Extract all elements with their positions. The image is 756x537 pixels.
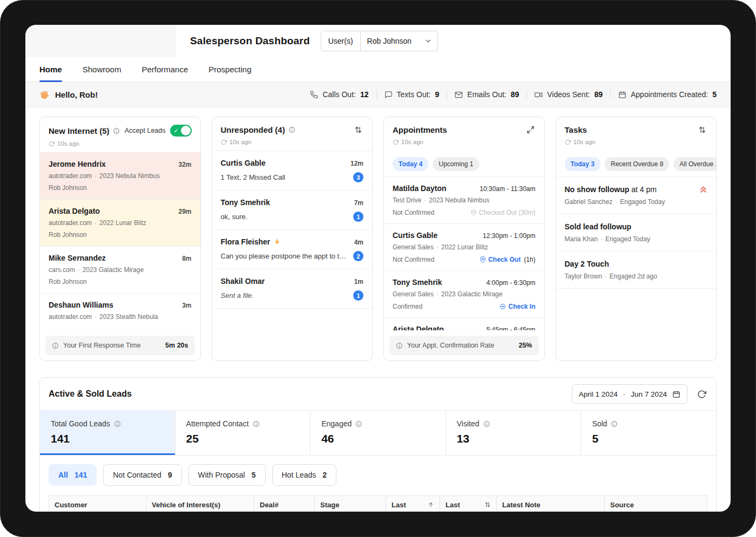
tasks-filters: Today 3 Recent Overdue 8 All Overdue 18	[556, 151, 717, 176]
check-out-link[interactable]: Check Out (1h)	[480, 256, 535, 263]
fire-icon	[273, 238, 281, 246]
lead-source: autotrader.com2023 Stealth Nebula	[49, 313, 192, 321]
sort-icon	[698, 126, 706, 134]
refresh-icon	[565, 139, 571, 145]
expand-button[interactable]	[525, 125, 536, 135]
column-last-engaged[interactable]: Last Engaged	[386, 496, 440, 512]
info-icon[interactable]	[253, 420, 260, 427]
filter-pill-upcoming[interactable]: Upcoming 1	[433, 157, 479, 171]
column-latest-note[interactable]: Latest Note	[497, 496, 605, 512]
filter-not-contacted[interactable]: Not Contacted9	[103, 464, 181, 486]
message-age: 12m	[350, 160, 363, 167]
info-icon[interactable]	[288, 126, 295, 133]
column-vehicle[interactable]: Vehicle of Interest(s)	[146, 496, 254, 512]
unresponded-card: Unresponded (4) 10s ago Curtis Gable	[212, 117, 373, 361]
refresh-status: 10s ago	[565, 139, 708, 145]
column-customer[interactable]: Customer	[49, 496, 146, 512]
activity-stats: Calls Out: 12 Texts Out: 9 Emails Out: 8…	[310, 90, 717, 99]
leads-header: Active & Sold Leads April 1 2024 - Jun 7…	[40, 378, 716, 410]
stat-label: Videos Sent:	[547, 90, 590, 99]
tab-prospecting[interactable]: Prospecting	[208, 57, 251, 81]
message-age: 7m	[354, 199, 363, 207]
appointment-name: Tony Smehrik	[393, 278, 442, 287]
tab-showroom[interactable]: Showroom	[83, 57, 122, 81]
filter-pill-today[interactable]: Today 4	[393, 157, 428, 171]
unread-badge: 2	[353, 251, 363, 261]
list-item[interactable]: Jerome Hendrix 32m autotrader.com2023 Ne…	[40, 153, 200, 200]
unresponded-header: Unresponded (4) 10s ago	[212, 117, 373, 151]
stat-label: Texts Out:	[397, 90, 431, 99]
stat-value: 5	[712, 90, 717, 99]
checked-out-status: Checked Out (30m)	[470, 209, 536, 216]
lead-age: 8m	[182, 255, 191, 262]
list-item[interactable]: No show followupat 4 pm Gabriel SanchezE…	[556, 176, 717, 214]
user-select[interactable]: User(s) Rob Johnson	[321, 31, 438, 51]
app-header: Salesperson Dashboard User(s) Rob Johnso…	[25, 25, 731, 57]
accept-leads-label: Accept Leads	[125, 127, 166, 134]
list-item[interactable]: Day 2 Touch Taylor BrownEngaged 2d ago	[556, 251, 717, 289]
date-range-picker[interactable]: April 1 2024 - Jun 7 2024	[572, 384, 687, 404]
metric-total-good-leads[interactable]: Total Good Leads 141	[40, 411, 176, 455]
metric-value: 46	[321, 432, 435, 445]
list-item[interactable]: Arista Delgato 29m autotrader.com2022 Lu…	[40, 200, 200, 247]
list-item[interactable]: Matilda Dayton 10:30am - 11:30am Test Dr…	[384, 176, 544, 223]
refresh-icon	[393, 139, 399, 145]
info-icon[interactable]	[483, 420, 490, 427]
check-in-icon	[500, 303, 506, 310]
stats-bar: Hello, Rob! Calls Out: 12 Texts Out: 9 E…	[25, 82, 731, 107]
list-item[interactable]: Curtis Gable 12m 1 Text, 2 Missed Call 3	[212, 151, 373, 191]
list-item[interactable]: Tony Smehrik 7m ok, sure. 1	[212, 191, 373, 230]
stat-value: 9	[435, 90, 440, 99]
info-icon[interactable]	[113, 127, 120, 134]
sort-button[interactable]	[697, 125, 707, 135]
dashboard-cards: New Internet (5) Accept Leads 10s ago Je…	[25, 107, 731, 374]
contact-name: Curtis Gable	[221, 159, 266, 167]
video-icon	[535, 91, 543, 99]
filter-pill-recent-overdue[interactable]: Recent Overdue 8	[605, 157, 669, 171]
lead-name: Mike Sernandez	[49, 254, 106, 262]
column-stage[interactable]: Stage	[315, 496, 386, 512]
filter-with-proposal[interactable]: With Proposal5	[188, 464, 266, 486]
check-in-link[interactable]: Check In	[500, 303, 535, 310]
list-item[interactable]: Tony Smehrik 4:00pm - 6:30pm General Sal…	[384, 270, 544, 317]
metric-attempted-contact[interactable]: Attempted Contact 25	[176, 411, 311, 455]
accept-leads-toggle[interactable]	[170, 125, 192, 137]
user-select-value: Rob Johnson	[361, 37, 424, 45]
filter-hot-leads[interactable]: Hot Leads2	[272, 464, 337, 486]
footer-label: Your First Response Time	[63, 342, 140, 349]
filter-pill-all-overdue[interactable]: All Overdue 18	[673, 157, 716, 171]
metric-engaged[interactable]: Engaged 46	[310, 411, 446, 455]
filter-pill-today[interactable]: Today 3	[565, 157, 600, 171]
info-icon[interactable]	[611, 420, 618, 427]
filter-all[interactable]: All141	[49, 464, 97, 486]
tab-home[interactable]: Home	[39, 57, 62, 81]
metric-visited[interactable]: Visited 13	[446, 411, 582, 455]
column-deal[interactable]: Deal#	[254, 496, 315, 512]
info-icon[interactable]	[355, 420, 362, 427]
info-icon[interactable]	[114, 420, 121, 427]
lead-metric-tabs: Total Good Leads 141 Attempted Contact 2…	[40, 410, 716, 456]
metric-sold[interactable]: Sold 5	[581, 411, 716, 455]
leads-table-header: Customer Vehicle of Interest(s) Deal# St…	[49, 495, 707, 512]
appointments-title: Appointments	[393, 125, 447, 134]
list-item[interactable]: Sold lead followup Maria KhanEngaged Tod…	[556, 214, 717, 251]
list-item[interactable]: Shakil Omar 1m Sent a file. 1	[212, 269, 373, 309]
list-item[interactable]: Flora Fleisher 4m Can you please postpon…	[212, 230, 373, 269]
task-meta: Maria KhanEngaged Today	[565, 235, 708, 243]
metric-value: 13	[457, 432, 570, 445]
list-item[interactable]: Mike Sernandez 8m cars.com2023 Galactic …	[40, 247, 200, 294]
column-source[interactable]: Source	[605, 496, 707, 512]
info-icon[interactable]	[396, 342, 403, 349]
app-window: Salesperson Dashboard User(s) Rob Johnso…	[25, 25, 731, 512]
date-end: Jun 7 2024	[631, 390, 667, 398]
sort-button[interactable]	[353, 125, 363, 135]
refresh-button[interactable]	[696, 389, 707, 400]
user-select-label: User(s)	[321, 31, 361, 51]
list-item[interactable]: Curtis Gable 12:30pm - 1:00pm General Sa…	[384, 223, 544, 270]
task-title: Day 2 Touch	[565, 260, 611, 268]
sort-icon	[354, 126, 362, 134]
column-last-contacted[interactable]: Last Contacted	[440, 496, 497, 512]
appointment-name: Matilda Dayton	[393, 184, 447, 193]
tab-performance[interactable]: Performance	[141, 57, 188, 81]
info-icon[interactable]	[52, 342, 59, 349]
